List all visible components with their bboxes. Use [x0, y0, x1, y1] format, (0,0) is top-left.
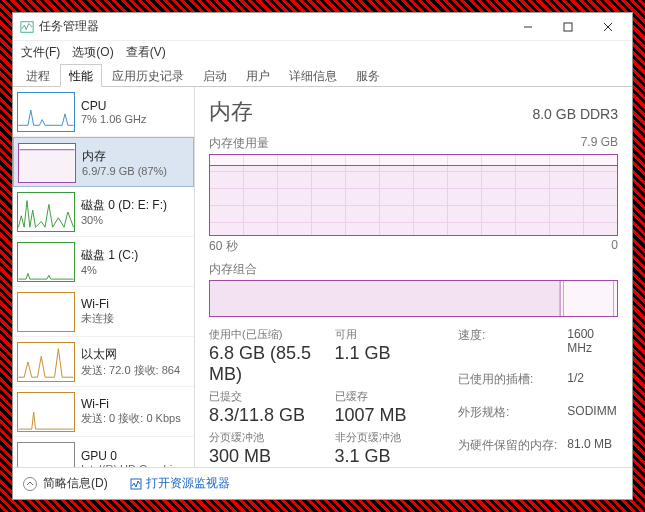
sidebar-item-eth[interactable]: 以太网发送: 72.0 接收: 864 [13, 337, 194, 387]
tab-app-history[interactable]: 应用历史记录 [103, 64, 193, 87]
tab-processes[interactable]: 进程 [17, 64, 59, 87]
maximize-button[interactable] [548, 14, 588, 40]
available-label: 可用 [335, 327, 451, 342]
chart-composition-label: 内存组合 [209, 261, 257, 278]
fewer-details-link[interactable]: 简略信息(D) [43, 475, 108, 492]
footer: 简略信息(D) 打开资源监视器 [13, 467, 632, 499]
menu-options[interactable]: 选项(O) [66, 42, 119, 63]
svg-rect-5 [19, 150, 74, 182]
wifi1-thumb-icon [17, 392, 75, 432]
sidebar-item-label: 以太网 [81, 346, 180, 363]
cpu-thumb-icon [17, 92, 75, 132]
tab-performance[interactable]: 性能 [60, 64, 102, 87]
sidebar-item-wifi1[interactable]: Wi-Fi发送: 0 接收: 0 Kbps [13, 387, 194, 437]
minimize-button[interactable] [508, 14, 548, 40]
app-icon [19, 19, 35, 35]
window-title: 任务管理器 [39, 18, 508, 35]
sidebar-item-sublabel: 6.9/7.9 GB (87%) [82, 165, 167, 177]
sidebar-item-sublabel: 30% [81, 214, 167, 226]
sidebar-item-gpu[interactable]: GPU 0Intel(R) HD Graphics [13, 437, 194, 467]
tab-services[interactable]: 服务 [347, 64, 389, 87]
speed-value: 1600 MHz [567, 327, 618, 368]
sidebar-item-disk1[interactable]: 磁盘 1 (C:)4% [13, 237, 194, 287]
menu-view[interactable]: 查看(V) [120, 42, 172, 63]
sidebar-item-label: Wi-Fi [81, 397, 181, 411]
disk0-thumb-icon [17, 192, 75, 232]
memory-panel: 内存 8.0 GB DDR3 内存使用量 7.9 GB 60 秒 0 内存组合 [195, 87, 632, 467]
reserved-label: 为硬件保留的内存: [458, 437, 557, 467]
slots-label: 已使用的插槽: [458, 371, 557, 401]
disk1-thumb-icon [17, 242, 75, 282]
nonpaged-value: 3.1 GB [335, 446, 451, 467]
sidebar-item-sublabel: 未连接 [81, 311, 114, 326]
sidebar-item-sublabel: 发送: 72.0 接收: 864 [81, 363, 180, 378]
sidebar-item-sublabel: 7% 1.06 GHz [81, 113, 146, 125]
sidebar-item-sublabel: 发送: 0 接收: 0 Kbps [81, 411, 181, 426]
slots-value: 1/2 [567, 371, 618, 401]
sidebar-item-memory[interactable]: 内存6.9/7.9 GB (87%) [13, 137, 194, 187]
speed-label: 速度: [458, 327, 557, 368]
menu-file[interactable]: 文件(F) [15, 42, 66, 63]
paged-label: 分页缓冲池 [209, 430, 325, 445]
available-value: 1.1 GB [335, 343, 451, 364]
tab-startup[interactable]: 启动 [194, 64, 236, 87]
committed-label: 已提交 [209, 389, 325, 404]
memory-spec: 8.0 GB DDR3 [532, 106, 618, 122]
task-manager-window: 任务管理器 文件(F) 选项(O) 查看(V) 进程 性能 应用历史记录 启动 … [12, 12, 633, 500]
svg-rect-2 [564, 23, 572, 31]
memory-usage-chart[interactable] [209, 154, 618, 236]
titlebar[interactable]: 任务管理器 [13, 13, 632, 41]
chart-x-right: 0 [611, 238, 618, 255]
form-label: 外形规格: [458, 404, 557, 434]
sidebar-item-label: Wi-Fi [81, 297, 114, 311]
committed-value: 8.3/11.8 GB [209, 405, 325, 426]
wifi0-thumb-icon [17, 292, 75, 332]
in-use-label: 使用中(已压缩) [209, 327, 325, 342]
memory-thumb-icon [18, 143, 76, 183]
sidebar-item-label: CPU [81, 99, 146, 113]
resource-monitor-icon [130, 478, 142, 490]
chevron-up-icon[interactable] [23, 477, 37, 491]
paged-value: 300 MB [209, 446, 325, 467]
cached-label: 已缓存 [335, 389, 451, 404]
in-use-value: 6.8 GB (85.5 MB) [209, 343, 325, 385]
sidebar-item-cpu[interactable]: CPU7% 1.06 GHz [13, 87, 194, 137]
open-resource-monitor-link[interactable]: 打开资源监视器 [130, 475, 230, 492]
sidebar-item-disk0[interactable]: 磁盘 0 (D: E: F:)30% [13, 187, 194, 237]
tab-users[interactable]: 用户 [237, 64, 279, 87]
gpu-thumb-icon [17, 442, 75, 467]
chart-usage-label: 内存使用量 [209, 135, 269, 152]
cached-value: 1007 MB [335, 405, 451, 426]
page-title: 内存 [209, 97, 253, 127]
performance-sidebar[interactable]: CPU7% 1.06 GHz内存6.9/7.9 GB (87%)磁盘 0 (D:… [13, 87, 195, 467]
nonpaged-label: 非分页缓冲池 [335, 430, 451, 445]
chart-usage-max: 7.9 GB [581, 135, 618, 152]
tab-details[interactable]: 详细信息 [280, 64, 346, 87]
sidebar-item-sublabel: 4% [81, 264, 138, 276]
resource-monitor-label: 打开资源监视器 [146, 475, 230, 492]
sidebar-item-label: 磁盘 0 (D: E: F:) [81, 197, 167, 214]
form-value: SODIMM [567, 404, 618, 434]
chart-x-left: 60 秒 [209, 238, 238, 255]
memory-composition-chart[interactable] [209, 280, 618, 317]
menubar: 文件(F) 选项(O) 查看(V) [13, 41, 632, 63]
eth-thumb-icon [17, 342, 75, 382]
tabs: 进程 性能 应用历史记录 启动 用户 详细信息 服务 [13, 63, 632, 87]
sidebar-item-label: 磁盘 1 (C:) [81, 247, 138, 264]
reserved-value: 81.0 MB [567, 437, 618, 467]
close-button[interactable] [588, 14, 628, 40]
sidebar-item-wifi0[interactable]: Wi-Fi未连接 [13, 287, 194, 337]
sidebar-item-label: 内存 [82, 148, 167, 165]
sidebar-item-label: GPU 0 [81, 449, 183, 463]
